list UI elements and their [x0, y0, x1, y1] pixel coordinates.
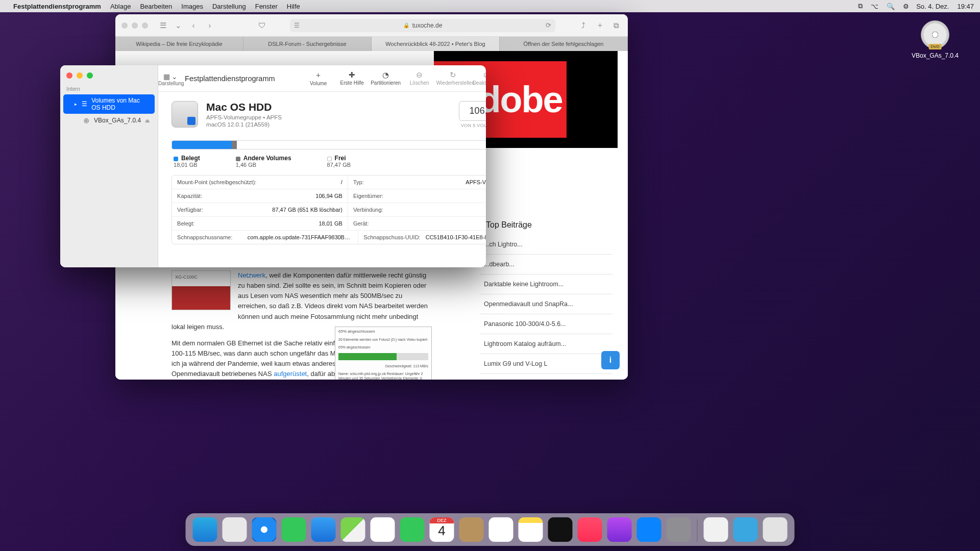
- usage-bar: [172, 140, 486, 149]
- screen-mirroring-icon[interactable]: ⧉: [858, 2, 863, 10]
- sidebar-item-macoshdd[interactable]: ▸ ☰ Volumes von Mac OS HDD: [63, 94, 155, 114]
- adobe-text: dobe: [478, 79, 562, 120]
- volume-os: macOS 12.0.1 (21A559): [206, 121, 282, 128]
- detail-cell: Belegt:18,01 GB: [172, 217, 348, 231]
- sidebar-link[interactable]: ...dbearb...: [480, 255, 612, 274]
- dock-finder[interactable]: [193, 517, 217, 542]
- usage-legend: Belegt18,01 GB Andere Volumes1,46 GB Fre…: [158, 155, 486, 175]
- forward-icon[interactable]: ›: [204, 20, 215, 31]
- dock-launchpad[interactable]: [223, 517, 247, 542]
- disc-icon: [921, 20, 949, 49]
- shield-icon[interactable]: 🛡︎: [256, 20, 267, 31]
- dock-downloads[interactable]: [733, 517, 758, 542]
- spotlight-icon[interactable]: 🔍: [887, 3, 895, 10]
- toolbar-erste-hilfe[interactable]: ✚Erste Hilfe: [335, 68, 369, 88]
- view-mode-button[interactable]: ▦ ⌄ Darstellung: [158, 70, 183, 86]
- sidebar-link[interactable]: ...ch Lightro...: [480, 235, 612, 255]
- dock-disk-utility[interactable]: [704, 517, 728, 542]
- prog-line2: 65% abgeschlossen: [335, 343, 431, 351]
- dock-settings[interactable]: [667, 517, 691, 542]
- volume-stack-icon: ☰: [82, 101, 87, 108]
- dock-mail[interactable]: [311, 517, 336, 542]
- dock-messages[interactable]: [282, 517, 306, 542]
- prog-meta: Name: sdsLmfn-ptcl-img.jp.zä Restdauer: …: [335, 370, 431, 380]
- toolbar-icon: ＋: [302, 70, 335, 80]
- new-tab-icon[interactable]: ＋: [594, 20, 605, 31]
- du-main: ▦ ⌄ Darstellung Festplattendienstprogram…: [158, 65, 486, 267]
- dock-maps[interactable]: [341, 517, 365, 542]
- sidebar-link[interactable]: Panasonic 100-300/4.0-5.6...: [480, 314, 612, 334]
- legend-free: Frei: [335, 155, 346, 162]
- sidebar-link[interactable]: Lumix G9 und V-Log L: [480, 354, 612, 374]
- detail-cell: Eigentümer:Deaktiviert: [348, 189, 486, 203]
- link-netzwerk[interactable]: Netzwerk: [238, 271, 265, 279]
- toolbar-icon: ↻: [436, 70, 470, 80]
- tab-error[interactable]: Öffnen der Seite fehlgeschlagen: [500, 37, 628, 51]
- disclosure-icon[interactable]: ▸: [75, 102, 78, 107]
- grid-icon: ▦ ⌄: [158, 72, 183, 81]
- dock: DEZ4: [186, 513, 795, 546]
- eject-icon[interactable]: ⏏: [145, 118, 150, 123]
- disc-small-icon: ◎: [83, 117, 90, 124]
- sidebar-heading: Top Beiträge: [486, 220, 612, 230]
- toolbar-volume[interactable]: ＋Volume: [302, 68, 335, 88]
- input-source-icon[interactable]: ⌥: [871, 3, 878, 10]
- menu-edit[interactable]: Bearbeiten: [140, 3, 172, 10]
- dock-separator: [697, 519, 698, 542]
- share-icon[interactable]: ⤴︎: [578, 20, 589, 31]
- prog-speed: Geschwindigkeit: 113 MB/s: [335, 362, 431, 370]
- menubar-date[interactable]: So. 4. Dez.: [916, 3, 949, 10]
- sidebar-link[interactable]: Openmediavault und SnapRa...: [480, 294, 612, 314]
- address-bar[interactable]: ☰ 🔒 tuxoche.de ⟳: [290, 19, 555, 32]
- dock-reminders[interactable]: [489, 517, 513, 542]
- tab-group-chevron-icon[interactable]: ⌄: [174, 20, 183, 31]
- dock-music[interactable]: [578, 517, 602, 542]
- dock-podcasts[interactable]: [607, 517, 632, 542]
- dock-tv[interactable]: [548, 517, 573, 542]
- legend-used: Belegt: [181, 155, 200, 162]
- du-traffic-lights[interactable]: [60, 70, 158, 86]
- toolbar-deaktivieren: ⊘Deaktivieren: [470, 68, 486, 88]
- sidebar-link[interactable]: Upscale AI und Remove Bac...: [480, 374, 612, 380]
- dock-photos[interactable]: [371, 517, 395, 542]
- dock-appstore[interactable]: [637, 517, 662, 542]
- detail-cell: Kapazität:106,94 GB: [172, 189, 348, 203]
- menu-window[interactable]: Fenster: [255, 3, 278, 10]
- menu-help[interactable]: Hilfe: [287, 3, 300, 10]
- reader-icon[interactable]: ☰: [294, 22, 300, 29]
- sidebar-link[interactable]: Lightroom Katalog aufräum...: [480, 334, 612, 354]
- lock-icon: 🔒: [403, 22, 409, 28]
- menu-file[interactable]: Ablage: [110, 3, 131, 10]
- sidebar-link[interactable]: Darktable keine Lightroom...: [480, 274, 612, 294]
- desktop-disc[interactable]: VBox_GAs_7.0.4: [910, 20, 961, 59]
- du-toolbar: ▦ ⌄ Darstellung Festplattendienstprogram…: [158, 65, 486, 92]
- detail-cell: Typ:APFS-Volumegruppe: [348, 176, 486, 189]
- dock-contacts[interactable]: [459, 517, 484, 542]
- progress-screenshot: 65% abgeschlossen 20 Elemente werden von…: [335, 327, 432, 380]
- control-center-icon[interactable]: ⚙︎: [903, 3, 909, 10]
- dock-notes[interactable]: [519, 517, 543, 542]
- tab-dslr[interactable]: DSLR-Forum - Suchergebnisse: [243, 37, 372, 51]
- dock-safari[interactable]: [252, 517, 277, 542]
- sidebar-item-vbox[interactable]: ◎ VBox_GAs_7.0.4 ⏏: [63, 114, 155, 127]
- menubar-time[interactable]: 19:47: [957, 3, 974, 10]
- tab-blog[interactable]: Wochenrückblick 48-2022 • Peter's Blog: [372, 37, 500, 51]
- toolbar-icon: ◔: [369, 70, 403, 80]
- menu-images[interactable]: Images: [181, 3, 203, 10]
- tab-wikipedia[interactable]: Wikipedia – Die freie Enzyklopädie: [115, 37, 243, 51]
- sidebar-toggle-icon[interactable]: ☰: [157, 20, 168, 31]
- back-icon[interactable]: ‹: [188, 20, 199, 31]
- toolbar-partitionieren[interactable]: ◔Partitionieren: [369, 68, 403, 88]
- reload-icon[interactable]: ⟳: [546, 21, 551, 29]
- dock-trash[interactable]: [763, 517, 788, 542]
- dock-calendar[interactable]: DEZ4: [430, 517, 454, 542]
- menu-view[interactable]: Darstellung: [212, 3, 246, 10]
- total-size: 106,94 GB: [459, 101, 486, 121]
- view-label: Darstellung: [158, 81, 184, 86]
- link-aufgeruestet[interactable]: aufgerüstet: [274, 370, 307, 378]
- tabs-overview-icon[interactable]: ⧉: [610, 20, 622, 31]
- menu-app[interactable]: Festplattendienstprogramm: [13, 3, 101, 10]
- dock-facetime[interactable]: [400, 517, 425, 542]
- info-badge[interactable]: i: [601, 351, 620, 369]
- safari-traffic-lights[interactable]: [121, 22, 148, 29]
